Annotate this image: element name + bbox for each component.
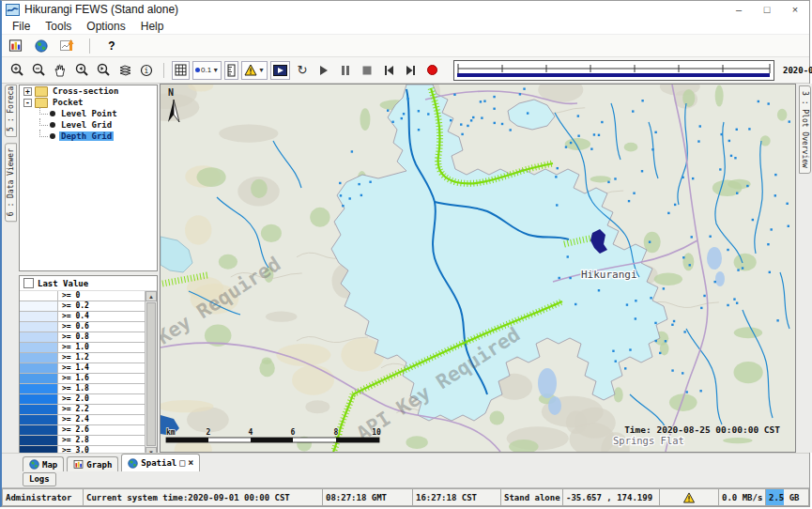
menu-help[interactable]: Help bbox=[134, 20, 171, 33]
layers-icon[interactable] bbox=[115, 61, 134, 80]
animation-player-button[interactable] bbox=[270, 61, 290, 80]
explorer-bars-icon[interactable] bbox=[6, 37, 24, 55]
legend-row[interactable]: >= 1.4 bbox=[20, 363, 145, 374]
legend-label: >= 1.4 bbox=[58, 363, 145, 373]
scrollbar-thumb[interactable] bbox=[146, 302, 156, 446]
legend-swatch bbox=[20, 394, 58, 404]
layer-tree: + Cross-section - Pocket Level Point bbox=[19, 85, 158, 271]
maximize-button[interactable]: □ bbox=[753, 1, 781, 18]
legend-swatch bbox=[20, 332, 58, 342]
legend-row[interactable]: >= 0.6 bbox=[20, 322, 145, 332]
legend-row[interactable]: >= 2.0 bbox=[20, 394, 145, 405]
legend-row[interactable]: >= 1.2 bbox=[20, 353, 145, 363]
tab-label: Graph bbox=[86, 460, 112, 470]
legend-label: >= 0.8 bbox=[58, 332, 145, 342]
legend-row[interactable]: >= 2.2 bbox=[20, 405, 145, 415]
status-warning-cell[interactable] bbox=[659, 488, 718, 506]
tree-item-level-point[interactable]: Level Point bbox=[39, 108, 157, 119]
legend-row[interactable]: >= 2.4 bbox=[20, 415, 145, 425]
info-icon[interactable]: i bbox=[137, 61, 156, 80]
tree-item-cross-section[interactable]: + Cross-section bbox=[20, 85, 157, 97]
scroll-up-icon[interactable]: ▲ bbox=[146, 291, 157, 301]
map-time-label: Time: 2020-08-25 00:00:00 CST bbox=[624, 424, 780, 435]
ruler-scale-button[interactable] bbox=[224, 61, 238, 80]
toolbar-separator bbox=[89, 39, 90, 54]
tree-connector bbox=[39, 118, 48, 126]
warning-icon bbox=[682, 492, 696, 503]
contour-threshold-dropdown[interactable]: 0.1▼ bbox=[192, 61, 222, 80]
loop-rotate-icon[interactable]: ↻ bbox=[293, 61, 312, 80]
tab-close-icon[interactable]: × bbox=[188, 458, 193, 468]
time-slider[interactable] bbox=[453, 60, 774, 81]
tab-forecast[interactable]: 5 : Forecast bbox=[5, 85, 17, 137]
tree-item-depth-grid[interactable]: Depth Grid bbox=[39, 131, 157, 142]
legend-panel: Last Value >= 0>= 0.2>= 0.4>= 0.6>= 0.8>… bbox=[19, 275, 158, 458]
zoom-in-icon[interactable] bbox=[8, 61, 26, 80]
warning-threshold-dropdown[interactable]: ▼ bbox=[241, 61, 268, 80]
expander-icon[interactable]: + bbox=[23, 87, 32, 96]
map-viewport[interactable]: API Key Required API Key Required N Hiku… bbox=[160, 84, 796, 453]
minimize-button[interactable]: – bbox=[725, 1, 753, 18]
tab-map[interactable]: Map bbox=[23, 456, 64, 471]
threshold-value: 0.1 bbox=[201, 66, 211, 74]
skip-to-start-button[interactable] bbox=[379, 61, 398, 80]
legend-swatch bbox=[20, 436, 58, 445]
status-bar: Administrator Current system time:2020-0… bbox=[2, 487, 809, 506]
stop-button[interactable] bbox=[358, 61, 376, 80]
legend-label: >= 1.6 bbox=[58, 374, 145, 383]
main-toolbar: ? bbox=[2, 35, 809, 57]
tab-graph[interactable]: Graph bbox=[67, 456, 118, 471]
tree-connector bbox=[39, 107, 48, 115]
zoom-next-icon[interactable] bbox=[94, 61, 113, 80]
left-tab-strip: 5 : Forecast 6 : Data Viewer bbox=[2, 84, 19, 453]
zoom-out-icon[interactable] bbox=[29, 61, 48, 80]
legend-row[interactable]: >= 0.4 bbox=[20, 312, 145, 322]
logs-button[interactable]: Logs bbox=[23, 472, 56, 486]
legend-swatch bbox=[20, 425, 58, 435]
help-button[interactable]: ? bbox=[102, 37, 121, 55]
legend-row[interactable]: >= 1.8 bbox=[20, 384, 145, 394]
globe-icon[interactable] bbox=[32, 37, 51, 55]
town-label: Hikurangi bbox=[581, 269, 637, 281]
spatial-display-icon[interactable] bbox=[58, 37, 77, 55]
status-memory: 2.5 GB bbox=[765, 488, 809, 506]
legend-row[interactable]: >= 2.6 bbox=[20, 425, 145, 436]
legend-swatch bbox=[20, 405, 58, 414]
legend-label: >= 2.2 bbox=[58, 405, 145, 414]
legend-label: >= 2.6 bbox=[58, 425, 145, 435]
legend-label: >= 2.4 bbox=[58, 415, 145, 424]
zoom-previous-icon[interactable] bbox=[72, 61, 91, 80]
play-button[interactable] bbox=[314, 61, 333, 80]
legend-row[interactable]: >= 2.8 bbox=[20, 436, 145, 446]
legend-row[interactable]: >= 0 bbox=[20, 291, 145, 301]
grid-display-button[interactable] bbox=[172, 61, 190, 80]
tree-connector bbox=[39, 130, 48, 137]
left-panel: + Cross-section - Pocket Level Point bbox=[19, 84, 160, 453]
legend-checkbox-label: Last Value bbox=[38, 279, 88, 288]
menu-tools[interactable]: Tools bbox=[38, 20, 78, 33]
tab-plot-overview[interactable]: 3 : Plot Overview bbox=[799, 85, 811, 174]
pause-button[interactable] bbox=[336, 61, 355, 80]
expander-icon[interactable]: - bbox=[23, 99, 32, 107]
map-canvas[interactable]: API Key Required API Key Required N Hiku… bbox=[161, 85, 795, 452]
menu-options[interactable]: Options bbox=[80, 20, 131, 33]
tab-maximize-icon[interactable]: □ bbox=[179, 458, 185, 468]
legend-swatch bbox=[20, 374, 58, 383]
current-datetime: 2020-08-25 00:00:00 CST bbox=[783, 66, 812, 75]
menu-file[interactable]: File bbox=[6, 20, 37, 33]
legend-row[interactable]: >= 0.2 bbox=[20, 301, 145, 312]
close-button[interactable]: × bbox=[781, 1, 809, 18]
legend-row[interactable]: >= 1.6 bbox=[20, 374, 145, 384]
last-value-checkbox[interactable] bbox=[23, 278, 34, 288]
record-button[interactable] bbox=[422, 61, 441, 80]
legend-row[interactable]: >= 1.0 bbox=[20, 343, 145, 353]
tab-spatial[interactable]: Spatial □ × bbox=[121, 454, 200, 471]
tree-item-level-grid[interactable]: Level Grid bbox=[39, 119, 157, 131]
skip-to-end-button[interactable] bbox=[401, 61, 420, 80]
legend-scrollbar[interactable]: ▲ ▼ bbox=[145, 291, 157, 457]
bullet-icon bbox=[50, 111, 55, 116]
pan-hand-icon[interactable] bbox=[51, 61, 69, 80]
legend-row[interactable]: >= 0.8 bbox=[20, 332, 145, 343]
tab-data-viewer[interactable]: 6 : Data Viewer bbox=[5, 143, 17, 222]
svg-text:4: 4 bbox=[249, 428, 253, 437]
